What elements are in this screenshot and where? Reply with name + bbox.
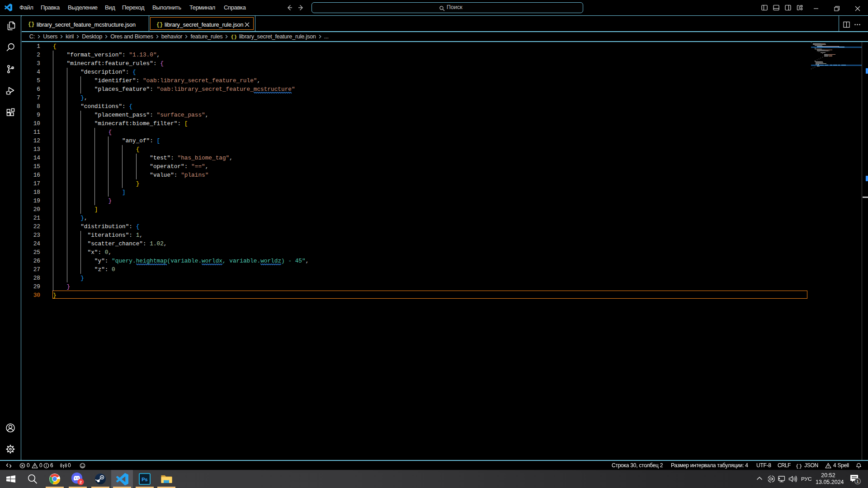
svg-text:2: 2 bbox=[80, 479, 82, 484]
svg-text:1: 1 bbox=[856, 479, 859, 483]
svg-text:Ps: Ps bbox=[142, 477, 147, 482]
